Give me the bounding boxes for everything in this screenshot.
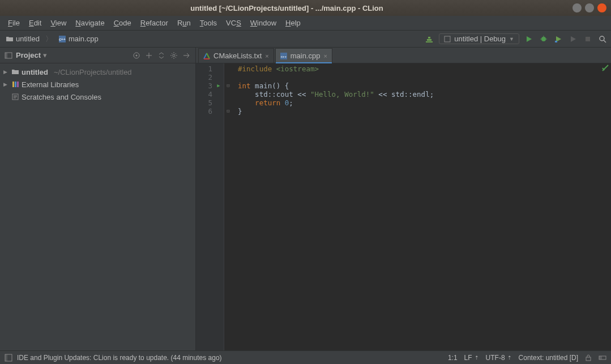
- svg-rect-26: [599, 356, 602, 359]
- line-number: 1: [196, 65, 212, 73]
- file-encoding[interactable]: UTF-8⇡: [486, 354, 512, 362]
- menu-navigate[interactable]: Navigate: [71, 18, 109, 28]
- expand-all-button[interactable]: [144, 51, 153, 60]
- menu-refactor[interactable]: Refactor: [136, 18, 173, 28]
- folder-icon: [11, 68, 19, 76]
- hide-tool-button[interactable]: [182, 51, 191, 60]
- breadcrumb-project[interactable]: untitled: [3, 34, 42, 44]
- main-area: Project ▾ ▶ untitled ~/CLionProjects/unt…: [0, 48, 611, 350]
- breadcrumb-sep: 〉: [45, 34, 53, 44]
- breadcrumb-project-label: untitled: [16, 35, 40, 43]
- breadcrumb: untitled 〉 c++ main.cpp: [3, 34, 101, 44]
- menu-file[interactable]: File: [3, 18, 24, 28]
- scratches-node[interactable]: Scratches and Consoles: [0, 91, 195, 103]
- search-everywhere-button[interactable]: [597, 34, 608, 44]
- editor-area: CMakeLists.txt × c++ main.cpp × 1 2 3 4 …: [196, 48, 611, 350]
- caret-position[interactable]: 1:1: [448, 354, 458, 362]
- svg-rect-17: [15, 82, 16, 87]
- memory-indicator[interactable]: [599, 354, 606, 361]
- run-context[interactable]: Context: untitled [D]: [519, 354, 578, 362]
- line-separator[interactable]: LF⇡: [464, 354, 479, 362]
- menubar: File Edit View Navigate Code Refactor Ru…: [0, 16, 611, 31]
- svg-rect-24: [586, 357, 591, 361]
- folder-icon: [6, 35, 14, 43]
- window-close-button[interactable]: [597, 3, 606, 12]
- menu-vcs[interactable]: VCS: [221, 18, 246, 28]
- close-icon[interactable]: ×: [265, 53, 268, 59]
- tab-cmakelists[interactable]: CMakeLists.txt ×: [198, 48, 274, 63]
- select-opened-file-button[interactable]: [132, 51, 141, 60]
- read-only-toggle[interactable]: [585, 354, 592, 361]
- menu-help[interactable]: Help: [281, 18, 305, 28]
- cpp-file-icon: c++: [58, 35, 66, 43]
- svg-rect-2: [445, 36, 450, 42]
- svg-rect-23: [5, 354, 7, 361]
- project-root-node[interactable]: ▶ untitled ~/CLionProjects/untitled: [0, 66, 195, 78]
- target-icon: [444, 36, 451, 42]
- project-view-dropdown[interactable]: ▾: [43, 51, 47, 59]
- profiler-button[interactable]: [568, 34, 578, 44]
- collapse-all-button[interactable]: [157, 51, 166, 60]
- toolbar-right: untitled | Debug ▼: [424, 33, 608, 44]
- run-config-selector[interactable]: untitled | Debug ▼: [439, 33, 519, 44]
- svg-text:c++: c++: [59, 37, 66, 41]
- line-number: 5: [196, 99, 212, 107]
- project-tool-title: Project: [16, 51, 41, 59]
- menu-window[interactable]: Window: [246, 18, 281, 28]
- status-message[interactable]: IDE and Plugin Updates: CLion is ready t…: [17, 354, 222, 362]
- run-button[interactable]: [524, 34, 534, 44]
- svg-point-9: [600, 36, 604, 41]
- svg-point-15: [173, 54, 175, 57]
- menu-code[interactable]: Code: [109, 18, 136, 28]
- scratches-label: Scratches and Consoles: [22, 93, 101, 101]
- window-minimize-button[interactable]: [572, 3, 582, 12]
- line-number-gutter: 1 2 3 4 5 6 ▶: [196, 63, 224, 350]
- code-content[interactable]: #include <iostream> int main() { std::co…: [232, 63, 611, 350]
- project-tree: ▶ untitled ~/CLionProjects/untitled ▶ Ex…: [0, 63, 195, 105]
- tab-main-cpp[interactable]: c++ main.cpp ×: [275, 48, 332, 63]
- caret-icon: ▶: [3, 82, 9, 87]
- code-editor[interactable]: 1 2 3 4 5 6 ▶ ⊟: [196, 63, 611, 350]
- close-icon[interactable]: ×: [323, 53, 327, 59]
- external-libraries-label: External Libraries: [22, 80, 79, 89]
- window-maximize-button[interactable]: [585, 3, 594, 12]
- svg-rect-12: [5, 53, 7, 58]
- external-libraries-node[interactable]: ▶ External Libraries: [0, 78, 195, 91]
- editor-tabs: CMakeLists.txt × c++ main.cpp ×: [196, 48, 611, 63]
- svg-rect-7: [555, 41, 557, 42]
- fold-marker[interactable]: ⊟: [224, 82, 232, 90]
- line-number: 3: [196, 82, 212, 90]
- navigation-bar: untitled 〉 c++ main.cpp untitled | Debug…: [0, 31, 611, 48]
- run-gutter-icon[interactable]: ▶: [215, 82, 223, 90]
- menu-view[interactable]: View: [46, 18, 71, 28]
- window-title: untitled [~/CLionProjects/untitled] - ..…: [5, 4, 569, 12]
- menu-run[interactable]: Run: [173, 18, 195, 28]
- line-number: 4: [196, 90, 212, 99]
- tool-settings-button[interactable]: [169, 51, 178, 60]
- menu-tools[interactable]: Tools: [195, 18, 221, 28]
- svg-point-3: [541, 37, 546, 41]
- tab-label: main.cpp: [290, 52, 321, 60]
- menu-edit[interactable]: Edit: [24, 18, 46, 28]
- inspection-indicator[interactable]: [602, 65, 609, 71]
- titlebar: untitled [~/CLionProjects/untitled] - ..…: [0, 0, 611, 16]
- cmake-icon: [203, 53, 210, 59]
- run-with-coverage-button[interactable]: [553, 34, 563, 44]
- svg-line-10: [604, 40, 606, 42]
- line-number: 6: [196, 107, 212, 115]
- cpp-file-icon: c++: [280, 53, 287, 59]
- project-root-path: ~/CLionProjects/untitled: [54, 68, 132, 76]
- stop-button[interactable]: [583, 34, 593, 44]
- chevron-down-icon: ▼: [509, 36, 514, 42]
- svg-rect-16: [12, 82, 14, 87]
- tool-windows-icon[interactable]: [5, 354, 12, 362]
- fold-marker-end[interactable]: ⊟: [224, 107, 232, 115]
- debug-button[interactable]: [539, 34, 549, 44]
- scratches-icon: [11, 93, 19, 101]
- statusbar: IDE and Plugin Updates: CLion is ready t…: [0, 350, 611, 364]
- project-tool-window: Project ▾ ▶ untitled ~/CLionProjects/unt…: [0, 48, 196, 350]
- build-icon[interactable]: [424, 34, 434, 44]
- breadcrumb-file[interactable]: c++ main.cpp: [56, 34, 101, 44]
- run-config-label: untitled | Debug: [454, 35, 506, 43]
- libraries-icon: [11, 80, 19, 88]
